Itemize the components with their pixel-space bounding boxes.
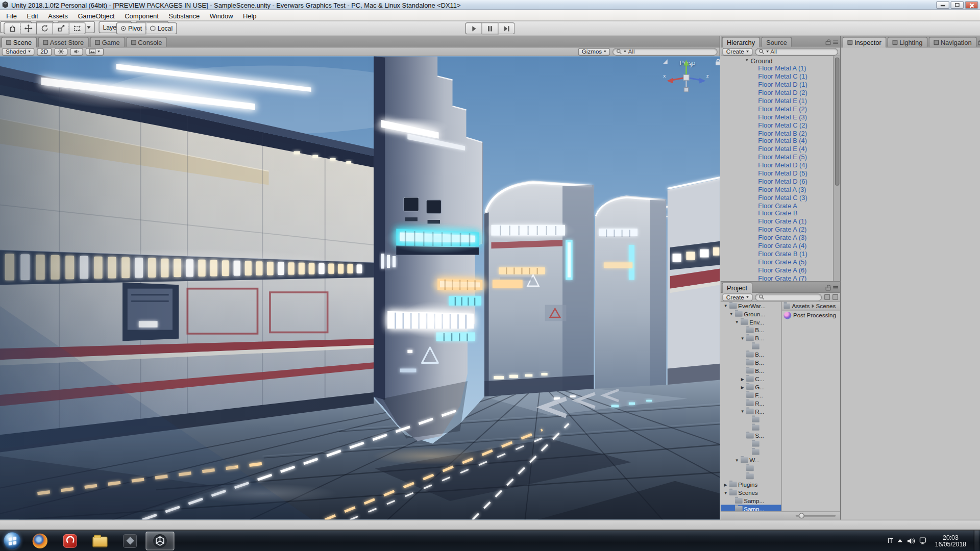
project-tree-row[interactable]: S... — [721, 432, 781, 440]
close-button[interactable] — [965, 1, 978, 9]
rotate-tool-button[interactable] — [37, 22, 53, 34]
hierarchy-item[interactable]: Floor Metal E (2) — [721, 105, 833, 113]
hierarchy-item[interactable]: Floor Metal E (5) — [721, 153, 833, 161]
scene-effects-dropdown[interactable] — [86, 48, 104, 56]
hierarchy-item[interactable]: Floor Metal B (2) — [721, 129, 833, 137]
show-desktop-button[interactable] — [974, 530, 979, 551]
menu-item[interactable]: GameObject — [73, 11, 120, 19]
hierarchy-item[interactable]: Floor Grate B — [721, 209, 833, 217]
scale-tool-button[interactable] — [53, 22, 69, 34]
project-tree-row[interactable] — [721, 423, 781, 432]
pane-tab[interactable]: Navigation — [929, 37, 977, 47]
2d-toggle-button[interactable]: 2D — [37, 48, 52, 56]
pane-tab[interactable]: Source — [761, 37, 792, 47]
project-tree-row[interactable]: B... — [721, 350, 781, 359]
menu-item[interactable]: File — [1, 11, 21, 19]
hierarchy-item[interactable]: Floor Metal D (2) — [721, 88, 833, 96]
breadcrumb-root[interactable]: Assets — [792, 303, 810, 309]
taskbar-red-app-button[interactable] — [56, 531, 84, 550]
hierarchy-item[interactable]: Floor Metal C (1) — [721, 72, 833, 81]
fold-arrow[interactable]: ▼ — [723, 304, 728, 308]
hierarchy-item[interactable]: Floor Grate A (5) — [721, 258, 833, 266]
fold-arrow[interactable]: ▼ — [723, 490, 728, 495]
project-tree-row[interactable] — [721, 342, 781, 350]
project-tree-row[interactable]: ▶ C... — [721, 375, 781, 383]
hierarchy-item[interactable]: Floor Metal D (5) — [721, 169, 833, 177]
hierarchy-item[interactable]: Floor Grate A (7) — [721, 274, 833, 282]
hierarchy-item[interactable]: Floor Grate A (4) — [721, 241, 833, 249]
window-titlebar[interactable]: Unity 2018.1.0f2 Personal (64bit) - [PRE… — [0, 0, 980, 10]
pane-tab[interactable]: Project — [722, 282, 752, 293]
taskbar-clock[interactable]: 20:03 16/05/2018 — [932, 534, 970, 547]
pane-tab[interactable]: Asset Store — [38, 37, 89, 47]
pause-button[interactable] — [482, 22, 499, 34]
hidden-icons-chevron[interactable] — [897, 539, 902, 542]
hierarchy-item[interactable]: Floor Metal E (4) — [721, 145, 833, 153]
gizmos-dropdown[interactable]: Gizmos — [578, 48, 610, 56]
project-tree-row[interactable]: Samp... — [721, 505, 781, 511]
project-tree-row[interactable]: B... — [721, 326, 781, 334]
hierarchy-item[interactable]: Floor Grate A (6) — [721, 266, 833, 274]
minimize-button[interactable] — [936, 1, 949, 9]
fold-arrow-icon[interactable] — [746, 59, 748, 61]
hierarchy-item[interactable]: Floor Grate A (2) — [721, 226, 833, 234]
fold-arrow[interactable]: ▼ — [734, 458, 740, 463]
project-tree-row[interactable]: ▼ B... — [721, 334, 781, 342]
thumbnail-zoom-slider[interactable] — [796, 515, 836, 517]
lock-icon[interactable] — [826, 41, 831, 45]
project-tree-row[interactable]: ▶ Plugins — [721, 481, 781, 489]
menu-item[interactable]: Window — [205, 11, 238, 19]
scene-lighting-toggle[interactable] — [54, 48, 67, 56]
create-dropdown[interactable]: Create — [723, 293, 752, 301]
move-tool-button[interactable] — [20, 22, 37, 34]
language-indicator[interactable]: IT — [888, 537, 893, 544]
lock-icon[interactable] — [826, 287, 831, 290]
menu-item[interactable]: Help — [238, 11, 261, 19]
hierarchy-item[interactable]: Floor Metal C (2) — [721, 121, 833, 129]
project-tree-row[interactable]: ▼ R... — [721, 407, 781, 415]
play-button[interactable] — [465, 22, 482, 34]
panel-menu-icon[interactable] — [833, 41, 838, 44]
panel-menu-icon[interactable] — [833, 286, 838, 289]
scene-orientation-gizmo[interactable]: y x z Persp — [663, 59, 713, 66]
asset-item[interactable]: Post Processing — [782, 311, 840, 320]
hierarchy-item[interactable]: Floor Grate A (1) — [721, 217, 833, 226]
draw-mode-dropdown[interactable]: Shaded — [2, 48, 34, 56]
project-search-input[interactable] — [755, 293, 822, 301]
hierarchy-item[interactable]: Floor Metal D (4) — [721, 161, 833, 169]
taskbar-firefox-button[interactable] — [26, 531, 54, 550]
project-tree-row[interactable]: ▼ Env... — [721, 318, 781, 326]
menu-item[interactable]: Component — [119, 11, 163, 19]
hierarchy-item[interactable]: Floor Metal D (1) — [721, 81, 833, 89]
create-dropdown[interactable]: Create — [723, 48, 752, 56]
taskbar-explorer-button[interactable] — [86, 531, 114, 550]
project-tree-row[interactable]: F... — [721, 391, 781, 399]
fold-arrow[interactable]: ▶ — [740, 377, 745, 382]
rect-tool-button[interactable] — [69, 22, 86, 34]
menu-item[interactable]: Edit — [22, 11, 43, 19]
start-button[interactable] — [4, 532, 20, 549]
hierarchy-scrollbar[interactable] — [833, 56, 840, 281]
project-tree-row[interactable] — [721, 448, 781, 456]
fold-arrow[interactable]: ▼ — [729, 312, 734, 316]
maximize-button[interactable] — [950, 1, 964, 9]
menu-item[interactable]: Assets — [43, 11, 73, 19]
hierarchy-item[interactable]: Floor Metal D (6) — [721, 177, 833, 185]
hierarchy-item[interactable]: Floor Metal E (1) — [721, 96, 833, 105]
pivot-toggle-button[interactable]: Pivot — [116, 22, 146, 34]
hierarchy-item[interactable]: Floor Metal A (3) — [721, 185, 833, 193]
pane-tab[interactable]: Lighting — [888, 37, 927, 47]
hierarchy-item[interactable]: Floor Grate A (3) — [721, 234, 833, 242]
project-tree-row[interactable]: Samp... — [721, 496, 781, 505]
pane-tab[interactable]: Inspector — [843, 37, 887, 47]
fold-arrow[interactable]: ▼ — [740, 336, 745, 341]
taskbar-unity-button[interactable] — [145, 531, 174, 550]
scene-search-input[interactable]: All — [612, 48, 718, 56]
fold-arrow[interactable]: ▶ — [740, 385, 745, 390]
volume-icon[interactable] — [907, 537, 915, 544]
lock-icon[interactable] — [978, 41, 980, 45]
scene-viewport[interactable]: y x z Persp — [0, 56, 720, 520]
project-tree-row[interactable]: B... — [721, 367, 781, 375]
slider-thumb[interactable] — [799, 513, 804, 518]
open-asset-icon[interactable] — [824, 294, 830, 300]
